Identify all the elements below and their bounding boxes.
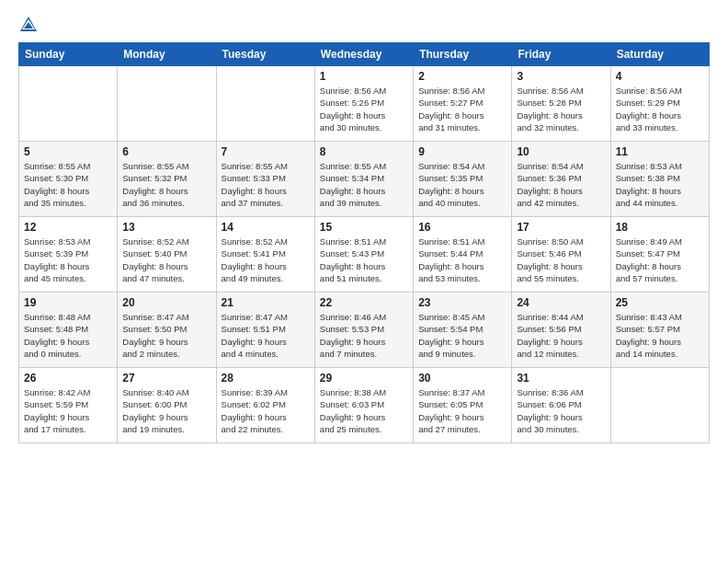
day-cell: 8Sunrise: 8:55 AMSunset: 5:34 PMDaylight… <box>314 142 413 217</box>
day-info: Sunrise: 8:51 AMSunset: 5:44 PMDaylight:… <box>418 236 506 284</box>
day-number: 14 <box>222 221 310 234</box>
day-cell: 17Sunrise: 8:50 AMSunset: 5:46 PMDayligh… <box>512 217 610 293</box>
day-cell <box>19 66 118 142</box>
day-number: 20 <box>122 296 210 309</box>
day-number: 24 <box>517 296 605 309</box>
day-cell: 18Sunrise: 8:49 AMSunset: 5:47 PMDayligh… <box>610 217 709 293</box>
day-info: Sunrise: 8:56 AMSunset: 5:26 PMDaylight:… <box>320 85 408 133</box>
day-cell: 21Sunrise: 8:47 AMSunset: 5:51 PMDayligh… <box>216 293 314 368</box>
day-cell: 25Sunrise: 8:43 AMSunset: 5:57 PMDayligh… <box>610 293 709 368</box>
day-number: 16 <box>418 221 506 234</box>
day-cell: 24Sunrise: 8:44 AMSunset: 5:56 PMDayligh… <box>512 293 610 368</box>
day-number: 11 <box>616 145 704 158</box>
day-cell <box>610 368 709 443</box>
day-cell: 16Sunrise: 8:51 AMSunset: 5:44 PMDayligh… <box>414 217 512 293</box>
logo <box>18 15 40 35</box>
day-cell: 27Sunrise: 8:40 AMSunset: 6:00 PMDayligh… <box>118 368 216 443</box>
day-number: 31 <box>517 372 605 385</box>
day-number: 27 <box>122 372 210 385</box>
day-info: Sunrise: 8:56 AMSunset: 5:27 PMDaylight:… <box>418 85 506 133</box>
day-info: Sunrise: 8:53 AMSunset: 5:39 PMDaylight:… <box>24 236 112 284</box>
day-number: 1 <box>320 70 408 83</box>
day-number: 22 <box>320 296 408 309</box>
weekday-friday: Friday <box>512 43 610 66</box>
week-row-3: 19Sunrise: 8:48 AMSunset: 5:48 PMDayligh… <box>19 293 710 368</box>
weekday-thursday: Thursday <box>414 43 512 66</box>
day-cell: 13Sunrise: 8:52 AMSunset: 5:40 PMDayligh… <box>118 217 216 293</box>
day-info: Sunrise: 8:48 AMSunset: 5:48 PMDaylight:… <box>24 311 112 360</box>
day-cell: 3Sunrise: 8:56 AMSunset: 5:28 PMDaylight… <box>512 66 610 142</box>
weekday-header-row: SundayMondayTuesdayWednesdayThursdayFrid… <box>19 43 710 66</box>
day-cell: 4Sunrise: 8:56 AMSunset: 5:29 PMDaylight… <box>610 66 709 142</box>
day-cell: 26Sunrise: 8:42 AMSunset: 5:59 PMDayligh… <box>19 368 118 443</box>
day-cell: 22Sunrise: 8:46 AMSunset: 5:53 PMDayligh… <box>314 293 413 368</box>
week-row-0: 1Sunrise: 8:56 AMSunset: 5:26 PMDaylight… <box>19 66 710 142</box>
weekday-monday: Monday <box>118 43 216 66</box>
day-cell: 28Sunrise: 8:39 AMSunset: 6:02 PMDayligh… <box>216 368 314 443</box>
day-number: 5 <box>24 145 112 158</box>
day-info: Sunrise: 8:39 AMSunset: 6:02 PMDaylight:… <box>222 386 310 435</box>
day-number: 19 <box>24 296 112 309</box>
week-row-4: 26Sunrise: 8:42 AMSunset: 5:59 PMDayligh… <box>19 368 710 443</box>
day-cell: 1Sunrise: 8:56 AMSunset: 5:26 PMDaylight… <box>314 66 413 142</box>
day-info: Sunrise: 8:47 AMSunset: 5:50 PMDaylight:… <box>122 311 210 360</box>
day-number: 15 <box>320 221 408 234</box>
logo-icon <box>18 15 39 35</box>
day-number: 6 <box>122 145 210 158</box>
day-info: Sunrise: 8:42 AMSunset: 5:59 PMDaylight:… <box>24 386 112 435</box>
day-info: Sunrise: 8:52 AMSunset: 5:40 PMDaylight:… <box>122 236 210 284</box>
day-cell: 2Sunrise: 8:56 AMSunset: 5:27 PMDaylight… <box>414 66 512 142</box>
day-info: Sunrise: 8:55 AMSunset: 5:32 PMDaylight:… <box>122 160 210 209</box>
day-cell: 19Sunrise: 8:48 AMSunset: 5:48 PMDayligh… <box>19 293 118 368</box>
day-number: 29 <box>320 372 408 385</box>
day-number: 12 <box>24 221 112 234</box>
day-info: Sunrise: 8:37 AMSunset: 6:05 PMDaylight:… <box>418 386 506 435</box>
day-cell: 9Sunrise: 8:54 AMSunset: 5:35 PMDaylight… <box>414 142 512 217</box>
weekday-tuesday: Tuesday <box>216 43 314 66</box>
day-info: Sunrise: 8:38 AMSunset: 6:03 PMDaylight:… <box>320 386 408 435</box>
day-info: Sunrise: 8:46 AMSunset: 5:53 PMDaylight:… <box>320 311 408 360</box>
day-info: Sunrise: 8:53 AMSunset: 5:38 PMDaylight:… <box>616 160 704 209</box>
day-number: 4 <box>616 70 704 83</box>
weekday-saturday: Saturday <box>610 43 709 66</box>
day-cell <box>216 66 314 142</box>
day-number: 3 <box>517 70 605 83</box>
day-cell: 5Sunrise: 8:55 AMSunset: 5:30 PMDaylight… <box>19 142 118 217</box>
day-info: Sunrise: 8:55 AMSunset: 5:30 PMDaylight:… <box>24 160 112 209</box>
day-number: 26 <box>24 372 112 385</box>
day-number: 21 <box>222 296 310 309</box>
weekday-wednesday: Wednesday <box>314 43 413 66</box>
day-cell: 14Sunrise: 8:52 AMSunset: 5:41 PMDayligh… <box>216 217 314 293</box>
day-info: Sunrise: 8:50 AMSunset: 5:46 PMDaylight:… <box>517 236 605 284</box>
day-info: Sunrise: 8:45 AMSunset: 5:54 PMDaylight:… <box>418 311 506 360</box>
day-info: Sunrise: 8:43 AMSunset: 5:57 PMDaylight:… <box>616 311 704 360</box>
page: SundayMondayTuesdayWednesdayThursdayFrid… <box>0 0 728 563</box>
day-info: Sunrise: 8:55 AMSunset: 5:33 PMDaylight:… <box>222 160 310 209</box>
day-number: 9 <box>418 145 506 158</box>
day-info: Sunrise: 8:56 AMSunset: 5:29 PMDaylight:… <box>616 85 704 133</box>
day-cell: 29Sunrise: 8:38 AMSunset: 6:03 PMDayligh… <box>314 368 413 443</box>
day-info: Sunrise: 8:49 AMSunset: 5:47 PMDaylight:… <box>616 236 704 284</box>
day-number: 18 <box>616 221 704 234</box>
day-number: 8 <box>320 145 408 158</box>
day-number: 2 <box>418 70 506 83</box>
day-info: Sunrise: 8:44 AMSunset: 5:56 PMDaylight:… <box>517 311 605 360</box>
day-info: Sunrise: 8:52 AMSunset: 5:41 PMDaylight:… <box>222 236 310 284</box>
day-number: 7 <box>222 145 310 158</box>
header <box>18 15 710 35</box>
day-info: Sunrise: 8:51 AMSunset: 5:43 PMDaylight:… <box>320 236 408 284</box>
day-number: 25 <box>616 296 704 309</box>
weekday-sunday: Sunday <box>19 43 118 66</box>
day-info: Sunrise: 8:47 AMSunset: 5:51 PMDaylight:… <box>222 311 310 360</box>
day-cell: 15Sunrise: 8:51 AMSunset: 5:43 PMDayligh… <box>314 217 413 293</box>
day-cell: 20Sunrise: 8:47 AMSunset: 5:50 PMDayligh… <box>118 293 216 368</box>
day-info: Sunrise: 8:56 AMSunset: 5:28 PMDaylight:… <box>517 85 605 133</box>
day-info: Sunrise: 8:55 AMSunset: 5:34 PMDaylight:… <box>320 160 408 209</box>
day-cell: 31Sunrise: 8:36 AMSunset: 6:06 PMDayligh… <box>512 368 610 443</box>
day-cell <box>118 66 216 142</box>
day-number: 17 <box>517 221 605 234</box>
day-info: Sunrise: 8:40 AMSunset: 6:00 PMDaylight:… <box>122 386 210 435</box>
day-cell: 10Sunrise: 8:54 AMSunset: 5:36 PMDayligh… <box>512 142 610 217</box>
day-cell: 23Sunrise: 8:45 AMSunset: 5:54 PMDayligh… <box>414 293 512 368</box>
day-info: Sunrise: 8:36 AMSunset: 6:06 PMDaylight:… <box>517 386 605 435</box>
